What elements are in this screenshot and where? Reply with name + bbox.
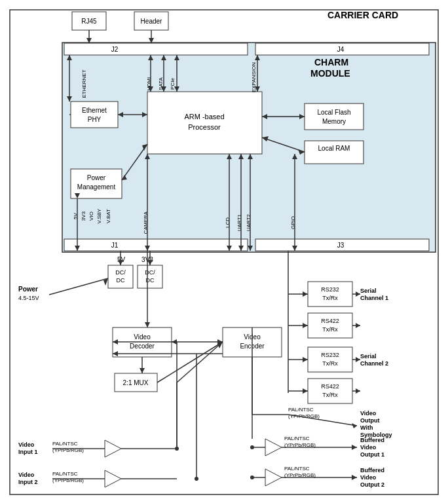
pal-ntsc-sym-label1: PAL/NTSC [288, 407, 314, 413]
pcie-label: PCIe [170, 78, 176, 90]
buffered-out2-label2: Video [360, 474, 377, 481]
svg-rect-12 [305, 103, 364, 130]
pal-ntsc-out2-label2: (YPrPb/RGB) [284, 472, 316, 478]
dc-dc-1-label1: DC/ [115, 269, 126, 276]
ethernet-phy-label1: Ethernet [82, 107, 107, 114]
svg-line-70 [49, 278, 108, 295]
video-input1-label2: Input 1 [18, 449, 38, 455]
local-flash-label2: Memory [322, 118, 346, 125]
ethernet-phy-label2: PHY [88, 116, 102, 123]
svg-marker-97 [352, 423, 357, 428]
rs232-1-label2: Tx/Rx [322, 295, 338, 301]
svg-rect-8 [64, 43, 248, 55]
svg-marker-80 [356, 291, 360, 297]
svg-line-108 [177, 342, 223, 382]
svg-marker-100 [105, 440, 121, 457]
v33-label: 3V3 [81, 211, 86, 221]
charm-module-subtitle: MODULE [310, 68, 350, 79]
arm-processor-label1: ARM -based [184, 113, 224, 121]
buffered-out1-label3: Output 1 [360, 451, 384, 458]
power-mgmt-label1: Power [87, 174, 106, 181]
rs422-2-label2: Tx/Rx [322, 392, 338, 398]
pal-ntsc-out2-label1: PAL/NTSC [284, 466, 310, 472]
svg-marker-124 [265, 469, 282, 486]
video-out-sym-label1: Video [360, 410, 377, 417]
vsby-label: V.SBY [96, 208, 102, 223]
rs422-1-label1: RS422 [321, 318, 339, 324]
j2-label: J2 [111, 46, 119, 53]
pal-ntsc-in1-label1: PAL/NTSC [52, 441, 78, 447]
power-range-label: 4.5-15V [18, 295, 39, 301]
buffered-out1-label1: Buffered [360, 437, 384, 443]
svg-marker-119 [140, 368, 145, 373]
ethernet-rotated-label: ETHERNET [81, 69, 87, 98]
charm-module-title: CHARM [314, 57, 348, 67]
svg-marker-131 [145, 322, 150, 327]
dc-dc-1-label2: DC [117, 277, 125, 284]
svg-marker-134 [172, 339, 177, 345]
video-decoder-label2: Decoder [130, 343, 155, 350]
svg-marker-95 [303, 388, 308, 394]
video-out-sym-label3: With [360, 424, 373, 431]
serial-ch2-label1: Serial [360, 353, 377, 360]
buffered-out2-label3: Output 2 [360, 481, 384, 488]
rj45-label: RJ45 [81, 18, 97, 25]
pal-ntsc-out1-label1: PAL/NTSC [284, 436, 310, 441]
svg-line-96 [288, 415, 357, 426]
power-label: Power [18, 286, 38, 293]
rs422-1-label2: Tx/Rx [322, 326, 338, 333]
diagram-container: CARRIER CARD CHARM MODULE RJ45 Header J2… [0, 0, 448, 503]
rs422-2-label1: RS422 [321, 383, 339, 390]
svg-point-136 [250, 445, 254, 449]
local-flash-label1: Local Flash [317, 109, 350, 116]
svg-marker-89 [303, 291, 308, 297]
header-label: Header [141, 18, 162, 25]
svg-marker-84 [356, 357, 360, 362]
svg-rect-75 [308, 282, 352, 307]
buffered-out1-label2: Video [360, 444, 377, 451]
serial-ch1-label1: Serial [360, 288, 377, 294]
svg-marker-91 [303, 323, 308, 328]
mux-label: 2:1 MUX [123, 379, 149, 386]
dc-dc-2-label1: DC/ [145, 269, 155, 276]
svg-rect-76 [308, 313, 352, 338]
pal-ntsc-sym-label2: (YPrPb/RGB) [288, 413, 320, 419]
svg-rect-77 [308, 347, 352, 372]
svg-rect-78 [308, 379, 352, 403]
pal-ntsc-in2-label1: PAL/NTSC [52, 471, 78, 477]
svg-point-137 [250, 475, 254, 479]
local-ram-label1: Local RAM [318, 145, 350, 152]
svg-marker-129 [352, 475, 357, 480]
power-mgmt-label2: Management [77, 183, 116, 191]
serial-ch2-label2: Channel 2 [360, 360, 388, 367]
svg-marker-101 [105, 470, 121, 487]
video-out-sym-label2: Output [360, 417, 380, 424]
vio-label: VIO [88, 212, 94, 221]
buffered-out2-label1: Buffered [360, 467, 384, 474]
serial-ch1-label2: Channel 1 [360, 295, 388, 301]
pal-ntsc-out1-label2: (YPrPb/RGB) [284, 442, 316, 448]
rs232-1-label1: RS232 [321, 286, 339, 293]
rs232-2-label1: RS232 [321, 352, 339, 358]
video-input1-label1: Video [18, 441, 35, 448]
svg-marker-82 [356, 323, 360, 328]
j3-label: J3 [337, 242, 345, 249]
j4-label: J4 [337, 46, 345, 53]
video-input2-label2: Input 2 [18, 479, 38, 485]
svg-rect-10 [71, 102, 118, 128]
svg-marker-86 [356, 388, 360, 394]
arm-processor-label2: Processor [188, 123, 221, 131]
j1-label: J1 [111, 242, 119, 249]
svg-marker-93 [303, 357, 308, 362]
video-input2-label1: Video [18, 472, 35, 478]
svg-rect-41 [64, 239, 248, 251]
svg-marker-127 [352, 445, 357, 450]
rs232-2-label2: Tx/Rx [322, 360, 338, 367]
video-decoder-label1: Video [134, 333, 151, 341]
vbat-label: V.BAT [105, 209, 111, 223]
svg-marker-122 [265, 439, 282, 456]
carrier-card-title: CARRIER CARD [327, 10, 398, 20]
